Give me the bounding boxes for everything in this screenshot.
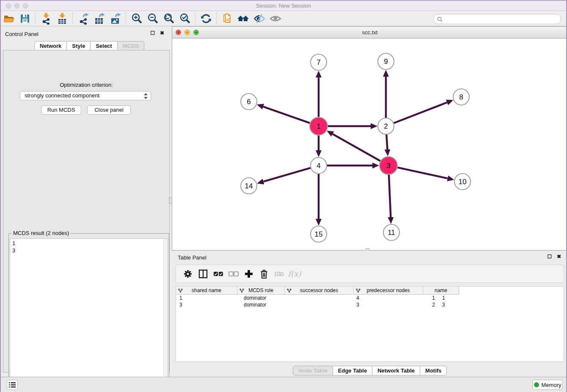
delete-table-button[interactable] [272,267,287,281]
add-column-button[interactable] [241,267,256,281]
node-label: 15 [315,230,323,238]
edge-3-10[interactable] [397,168,447,179]
column-header-mcds-role[interactable]: MCDS role [237,287,285,295]
node-label: 7 [317,58,320,66]
node-9[interactable]: 9 [378,53,394,69]
node-1[interactable]: 1 [310,117,328,135]
cell-predecessor-nodes[interactable]: 1 [366,295,439,301]
export-image-button[interactable] [108,12,123,25]
close-table-panel-icon[interactable]: ✖ [557,254,561,259]
toolbar-separator [126,13,127,25]
zoom-out-button[interactable] [146,12,160,25]
table-row[interactable]: 1dominator411 [176,295,564,301]
split-pane-button[interactable] [195,267,211,281]
function-builder-button[interactable]: f(x) [287,267,302,281]
control-panel: Control Panel ☐ ✖ NetworkStyleSelectMCDS… [1,26,172,377]
cell-name[interactable]: 1 [439,295,478,301]
edge-4-14[interactable] [264,168,311,182]
network-window-title: scc.txt [172,27,567,38]
mcds-result-lines: 1 3 [12,240,15,254]
tab-edge-table[interactable]: Edge Table [333,366,372,375]
column-header-shared-name[interactable]: shared name [176,287,237,295]
open-session-button[interactable] [2,12,16,25]
cell-shared-name[interactable]: 3 [176,301,240,308]
tab-style[interactable]: Style [67,41,91,51]
zoom-in-button[interactable] [129,12,144,25]
tab-network-table[interactable]: Network Table [372,366,420,375]
import-network-button[interactable] [39,12,53,25]
close-window-icon[interactable] [6,3,11,8]
close-network-icon[interactable]: × [176,30,181,35]
edge-2-3[interactable] [386,135,387,149]
node-2[interactable]: 2 [378,118,394,134]
tab-network[interactable]: Network [34,41,67,51]
node-4[interactable]: 4 [311,157,327,174]
node-table[interactable]: shared nameMCDS rolesuccessor nodesprede… [176,286,564,362]
node-10[interactable]: 10 [454,174,471,190]
network-canvas[interactable]: 1234678910111415 [173,39,567,250]
cell-successor-nodes[interactable]: 3 [291,301,366,308]
cell-successor-nodes[interactable]: 4 [291,295,366,301]
node-label: 8 [459,93,463,101]
cell-mcds-role[interactable]: dominator [240,295,291,301]
save-icon [19,13,30,24]
node-15[interactable]: 15 [311,226,327,242]
zoom-selected-button[interactable] [178,12,192,25]
edge-3-11[interactable] [389,175,391,217]
tab-select[interactable]: Select [91,41,117,51]
toolbar-separator [195,13,196,25]
show-selected-button[interactable] [268,12,283,25]
float-table-panel-icon[interactable]: ☐ [547,254,552,259]
column-header-predecessor-nodes[interactable]: predecessor nodes [354,287,423,295]
close-panel-icon[interactable]: ✖ [160,30,164,36]
close-panel-button[interactable]: Close panel [87,105,131,115]
import-table-button[interactable] [55,12,69,25]
task-history-button[interactable] [7,380,18,390]
run-mcds-button[interactable]: Run MCDS [41,105,81,115]
search-field[interactable] [433,14,561,24]
cell-mcds-role[interactable]: dominator [240,301,291,308]
node-11[interactable]: 11 [383,224,399,240]
minimize-network-icon[interactable]: − [184,30,190,35]
search-input[interactable] [444,16,561,22]
cell-shared-name[interactable]: 1 [176,295,240,301]
show-all-networks-button[interactable] [236,12,250,25]
node-7[interactable]: 7 [311,54,327,70]
edge-1-6[interactable] [263,107,310,123]
save-session-button[interactable] [18,12,32,25]
node-8[interactable]: 8 [453,89,469,105]
edge-3-1[interactable] [333,134,380,161]
zoom-fit-button[interactable] [162,12,176,25]
tab-node-table[interactable]: Node Table [293,366,333,375]
node-3[interactable]: 3 [380,157,397,174]
mcds-result-text[interactable]: 1 3 [10,238,168,392]
float-panel-icon[interactable]: ☐ [150,30,155,36]
select-all-columns-button[interactable] [211,267,226,281]
edge-2-8[interactable] [394,102,447,123]
maximize-network-icon[interactable]: + [193,30,199,35]
cell-name[interactable]: 3 [439,301,478,308]
deselect-all-columns-button[interactable] [226,267,241,281]
node-6[interactable]: 6 [241,94,257,110]
network-window-titlebar[interactable]: × − + scc.txt [172,27,567,39]
table-settings-button[interactable] [180,267,195,281]
column-header-name[interactable]: name [423,287,459,295]
cell-predecessor-nodes[interactable]: 2 [366,301,439,308]
result-scrollbar[interactable] [163,239,168,392]
node-14[interactable]: 14 [241,178,257,194]
memory-button[interactable]: Memory [532,380,563,390]
table-row[interactable]: 3dominator323 [176,301,564,308]
minimize-window-icon[interactable] [14,3,19,8]
tab-mcds[interactable]: MCDS [118,41,144,51]
export-table-button[interactable] [92,12,107,25]
optimization-criterion-select[interactable]: strongly connected component [20,91,151,100]
delete-column-button[interactable] [256,267,272,281]
refresh-button[interactable] [199,12,213,25]
export-network-button[interactable] [76,12,91,25]
network-graph[interactable]: 1234678910111415 [173,39,567,250]
tab-motifs[interactable]: Motifs [420,366,447,375]
column-header-successor-nodes[interactable]: successor nodes [285,287,354,295]
zoom-window-icon[interactable] [23,3,28,8]
hide-selected-button[interactable] [252,12,267,25]
clone-network-button[interactable] [220,12,234,25]
